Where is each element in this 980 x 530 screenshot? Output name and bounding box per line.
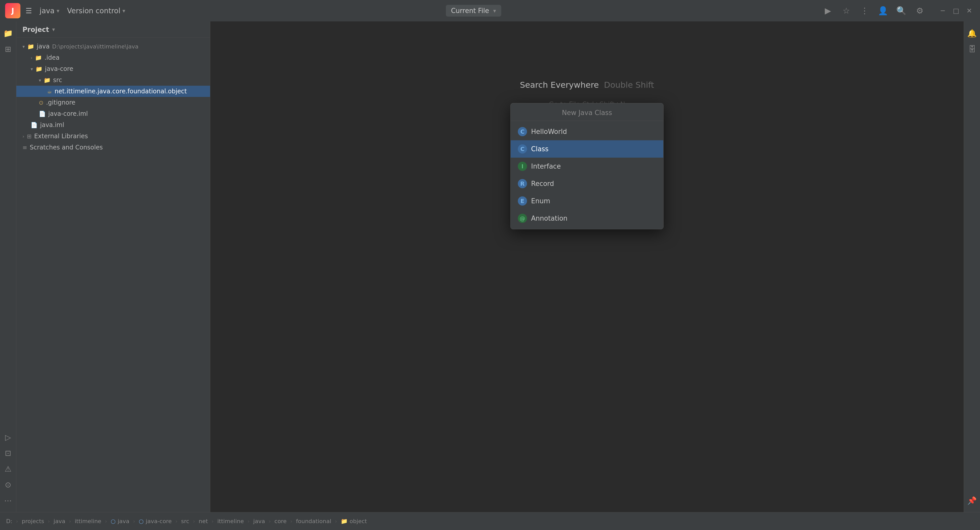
chevron-right-icon: › — [30, 55, 32, 60]
annotation-icon: @ — [518, 214, 527, 223]
search-hint-shortcut: Double Shift — [604, 80, 654, 90]
tree-label-external-libs: External Libraries — [34, 133, 88, 140]
popup-item-record[interactable]: R Record — [511, 175, 663, 192]
breadcrumb-java-1: java — [54, 518, 65, 524]
run-button[interactable]: ▶ — [822, 5, 834, 17]
breadcrumb-core: core — [274, 518, 286, 524]
settings-button[interactable]: ⚙ — [914, 5, 926, 17]
sidebar-icon-terminal[interactable]: ⊙ — [2, 478, 15, 491]
right-sidebar: 🔔 🗄 📌 — [964, 21, 980, 512]
breadcrumb-net: net — [199, 518, 208, 524]
popup-label-helloworld: HelloWorld — [531, 128, 567, 135]
tree-item-java-core-iml[interactable]: 📄 java-core.iml — [16, 108, 210, 119]
maximize-button[interactable]: □ — [950, 5, 962, 16]
iml-file-icon: 📄 — [30, 122, 38, 128]
right-sidebar-notifications[interactable]: 🔔 — [966, 27, 979, 40]
run-config-label: Current File — [451, 7, 489, 14]
java-file-icon: ☕ — [47, 88, 52, 95]
record-icon: R — [518, 179, 527, 188]
bookmark-button[interactable]: ☆ — [840, 5, 853, 17]
tree-label-gitignore: .gitignore — [46, 99, 75, 106]
version-control-chevron: ▾ — [123, 8, 125, 14]
popup-item-interface[interactable]: I Interface — [511, 158, 663, 175]
sidebar-icon-project[interactable]: 📁 — [2, 27, 15, 40]
project-panel-header: Project ▾ — [16, 21, 210, 38]
file-icon: ⊙ — [39, 100, 43, 106]
tree-label-package: net.ittimeline.java.core.foundational.ob… — [55, 88, 187, 95]
status-breadcrumb: D: › projects › java › ittimeline › ○jav… — [6, 518, 367, 524]
popup-item-class[interactable]: C Class — [511, 140, 663, 158]
chevron-down-icon: ▾ — [30, 66, 33, 72]
window-controls: ─ □ ✕ — [937, 5, 975, 16]
more-actions-button[interactable]: ⋮ — [859, 5, 871, 17]
project-title: Project — [22, 26, 49, 33]
version-control-label: Version control — [67, 6, 121, 15]
breadcrumb-src: src — [181, 518, 189, 524]
project-label: java — [40, 6, 55, 15]
run-config-selector[interactable]: Current File ▾ — [446, 5, 501, 17]
search-button[interactable]: 🔍 — [895, 5, 907, 17]
popup-label-record: Record — [531, 180, 554, 187]
class-icon-class: C — [518, 144, 527, 154]
breadcrumb-d: D: — [6, 518, 12, 524]
class-icon-helloworld: C — [518, 127, 527, 136]
breadcrumb-java3: java — [253, 518, 265, 524]
popup-title: New Java Class — [511, 103, 663, 121]
chevron-down-icon: ▾ — [39, 78, 41, 83]
popup-item-annotation[interactable]: @ Annotation — [511, 209, 663, 227]
content-area: Search Everywhere Double Shift Go to Fil… — [210, 21, 964, 512]
sidebar-icon-more[interactable]: ⋯ — [2, 494, 15, 507]
tree-item-src[interactable]: ▾ 📁 src — [16, 75, 210, 86]
tree-label-java-path: D:\projects\java\ittimeline\java — [52, 43, 138, 50]
tree-item-java-core[interactable]: ▾ 📁 java-core — [16, 63, 210, 75]
project-menu[interactable]: java ▾ — [40, 6, 59, 15]
breadcrumb-java-core: ○java-core — [139, 518, 172, 524]
breadcrumb-ittimeline: ittimeline — [75, 518, 101, 524]
tree-item-scratches[interactable]: ≡ Scratches and Consoles — [16, 142, 210, 153]
libs-icon: ⊞ — [27, 133, 32, 140]
breadcrumb-object-icon: 📁 — [341, 518, 348, 524]
main-layout: 📁 ⊞ ▷ ⊡ ⚠ ⊙ ⋯ Project ▾ ▾ 📁 java D:\proj… — [0, 21, 980, 512]
breadcrumb-object: 📁object — [341, 518, 367, 524]
right-sidebar-database[interactable]: 🗄 — [966, 42, 979, 56]
search-hint-label: Search Everywhere — [520, 80, 599, 90]
sidebar-icon-plugins[interactable]: ⊞ — [2, 42, 15, 56]
hamburger-menu[interactable]: ☰ — [25, 6, 32, 15]
folder-icon: 📁 — [35, 66, 42, 72]
close-button[interactable]: ✕ — [964, 5, 975, 16]
tree-label-java-core-iml: java-core.iml — [48, 110, 88, 117]
tree-item-java-iml[interactable]: 📄 java.iml — [16, 119, 210, 130]
sidebar-icon-run[interactable]: ▷ — [2, 430, 15, 444]
tree-item-idea[interactable]: › 📁 .idea — [16, 52, 210, 63]
tree-item-external-libs[interactable]: › ⊞ External Libraries — [16, 130, 210, 142]
tree-item-package[interactable]: ☕ net.ittimeline.java.core.foundational.… — [16, 86, 210, 97]
tree-item-java-root[interactable]: ▾ 📁 java D:\projects\java\ittimeline\jav… — [16, 41, 210, 52]
enum-icon: E — [518, 197, 527, 206]
left-sidebar: 📁 ⊞ ▷ ⊡ ⚠ ⊙ ⋯ — [0, 21, 16, 512]
project-tree: ▾ 📁 java D:\projects\java\ittimeline\jav… — [16, 38, 210, 512]
sidebar-icon-problems[interactable]: ⚠ — [2, 462, 15, 475]
statusbar: D: › projects › java › ittimeline › ○jav… — [0, 512, 980, 530]
folder-icon: 📁 — [27, 43, 34, 50]
breadcrumb-foundational: foundational — [296, 518, 331, 524]
collab-button[interactable]: 👤 — [877, 5, 889, 17]
breadcrumb-ittimeline2: ittimeline — [217, 518, 244, 524]
tree-label-scratches: Scratches and Consoles — [30, 144, 103, 151]
folder-icon: 📁 — [35, 55, 42, 61]
minimize-button[interactable]: ─ — [937, 5, 948, 16]
version-control-menu[interactable]: Version control ▾ — [67, 6, 125, 15]
breadcrumb-java-2: ○java — [111, 518, 129, 524]
tree-item-gitignore[interactable]: ⊙ .gitignore — [16, 97, 210, 108]
popup-item-enum[interactable]: E Enum — [511, 192, 663, 209]
sidebar-icon-build[interactable]: ⊡ — [2, 446, 15, 460]
popup-item-helloworld[interactable]: C HelloWorld — [511, 123, 663, 140]
right-sidebar-pin[interactable]: 📌 — [966, 494, 979, 507]
titlebar-actions: ▶ ☆ ⋮ 👤 🔍 ⚙ ─ □ ✕ — [822, 5, 975, 17]
interface-icon: I — [518, 162, 527, 171]
search-hint: Search Everywhere Double Shift — [520, 80, 654, 90]
scratches-icon: ≡ — [22, 144, 27, 151]
tree-label-src: src — [53, 76, 62, 84]
breadcrumb-java-core-icon: ○ — [139, 518, 144, 524]
project-chevron: ▾ — [57, 8, 59, 14]
breadcrumb-projects: projects — [22, 518, 44, 524]
